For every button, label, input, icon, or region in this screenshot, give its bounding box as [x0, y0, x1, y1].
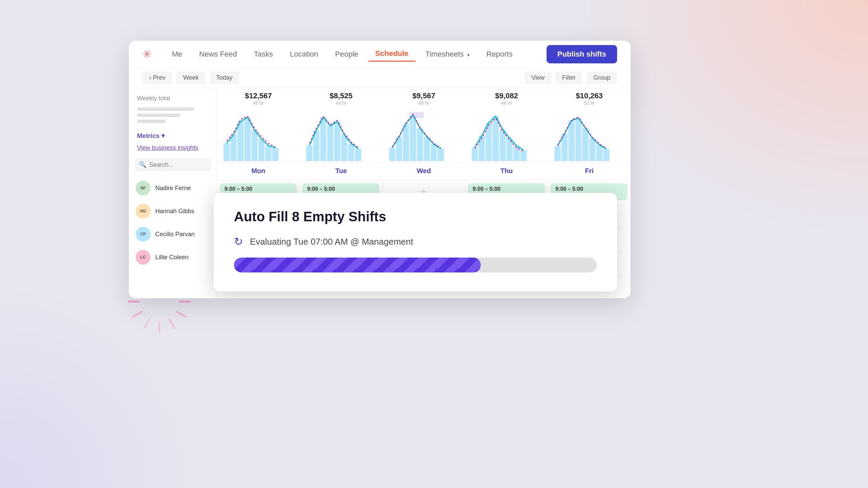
day-header-thu: Thu	[465, 163, 548, 179]
svg-rect-51	[596, 145, 603, 161]
view-business-insights-link[interactable]: View business insights	[137, 144, 209, 151]
nav-location[interactable]: Location	[283, 47, 325, 61]
toolbar-btn-group[interactable]: Group	[587, 72, 617, 84]
avatar-lillie: LC	[136, 250, 151, 265]
autofill-title: Auto Fill 8 Empty Shifts	[234, 209, 597, 224]
evaluating-text: Evaluating Tue 07:00 AM @ Management	[250, 237, 413, 247]
tue-chart	[302, 108, 380, 161]
employee-row[interactable]: NF Nadire Ferne	[129, 177, 217, 200]
autofill-modal: Auto Fill 8 Empty Shifts ↻ Evaluating Tu…	[217, 193, 617, 291]
sidebar-bar-1	[137, 107, 194, 111]
day-chart-tue: $8,525 44 hr	[300, 88, 382, 162]
mon-hours: 46 hr	[253, 100, 264, 106]
mon-chart	[220, 108, 297, 161]
nav-timesheets[interactable]: Timesheets ▾	[419, 47, 476, 61]
toolbar: ‹ Prev Week Today View Filter Group	[129, 68, 631, 88]
wed-hours: 49 hr	[418, 100, 429, 106]
wed-amount: $9,567	[412, 92, 435, 100]
svg-rect-49	[582, 128, 588, 161]
nav-people[interactable]: People	[328, 47, 365, 61]
day-header-tue: Tue	[300, 163, 382, 179]
svg-rect-17	[258, 139, 264, 161]
schedule-grid: $12,567 46 hr	[217, 88, 631, 298]
nav-schedule[interactable]: Schedule	[369, 46, 415, 62]
avatar-nadire: NF	[136, 181, 151, 196]
chart-area: $12,567 46 hr	[217, 88, 631, 163]
svg-line-8	[133, 312, 142, 317]
days-header: Mon Tue Wed Thu Fri	[217, 163, 631, 180]
svg-rect-40	[493, 116, 499, 161]
timesheets-dropdown-arrow: ▾	[467, 52, 470, 58]
svg-rect-24	[334, 122, 340, 161]
search-icon: 🔍	[139, 161, 146, 168]
sidebar: Weekly total Metrics ▾ View business ins…	[129, 88, 217, 298]
svg-rect-18	[265, 146, 272, 161]
toolbar-btn-week[interactable]: Week	[176, 72, 205, 84]
search-input[interactable]	[149, 161, 206, 168]
toolbar-btn-filter[interactable]: Filter	[555, 72, 583, 84]
mon-amount: $12,567	[245, 92, 272, 100]
svg-rect-35	[431, 144, 437, 161]
evaluating-row: ↻ Evaluating Tue 07:00 AM @ Management	[234, 235, 597, 248]
tue-hours: 44 hr	[336, 100, 347, 106]
sidebar-bar-3	[137, 120, 165, 123]
weekly-total-label: Weekly total	[129, 95, 217, 102]
svg-rect-16	[251, 130, 257, 161]
search-box: 🔍	[134, 158, 211, 171]
svg-rect-32	[410, 115, 416, 161]
svg-rect-45	[554, 146, 560, 161]
fri-amount: $10,263	[576, 92, 603, 100]
avatar-hannah: HG	[136, 204, 151, 219]
svg-rect-47	[568, 121, 574, 161]
logo-icon: ✳	[142, 48, 152, 61]
svg-rect-19	[272, 148, 278, 161]
toolbar-btn-prev[interactable]: ‹ Prev	[142, 72, 172, 84]
nav-tasks[interactable]: Tasks	[247, 47, 280, 61]
day-chart-wed: $9,567 49 hr	[382, 88, 465, 162]
shift-time: 9:00 – 5:00	[307, 186, 375, 192]
svg-rect-25	[341, 135, 347, 161]
toolbar-btn-today[interactable]: Today	[210, 72, 239, 84]
navbar: ✳ Me News Feed Tasks Location People Sch…	[129, 41, 631, 68]
svg-rect-41	[499, 129, 506, 161]
publish-shifts-button[interactable]: Publish shifts	[547, 45, 617, 63]
svg-rect-15	[244, 117, 251, 161]
employee-row[interactable]: HG Hannah Gibbs	[129, 200, 217, 223]
employee-row[interactable]: CP Cecilio Parvan	[129, 223, 217, 246]
progress-bar-container	[234, 258, 597, 272]
toolbar-btn-view[interactable]: View	[525, 72, 551, 84]
svg-rect-50	[589, 138, 595, 161]
thu-chart	[468, 108, 545, 161]
wed-chart	[385, 108, 462, 161]
main-content: Weekly total Metrics ▾ View business ins…	[129, 88, 631, 298]
fri-hours: 52 hr	[584, 100, 595, 106]
app-window: ✳ Me News Feed Tasks Location People Sch…	[129, 41, 631, 298]
bg-blob-bottom-left	[0, 285, 203, 488]
nav-reports[interactable]: Reports	[480, 47, 519, 61]
day-header-wed: Wed	[382, 163, 465, 179]
day-chart-thu: $9,082 46 hr	[465, 88, 548, 162]
nav-news-feed[interactable]: News Feed	[193, 47, 244, 61]
spin-icon: ↻	[234, 235, 243, 248]
tue-amount: $8,525	[330, 92, 352, 100]
employee-row[interactable]: LC Lillie Coleen	[129, 246, 217, 269]
thu-hours: 46 hr	[501, 100, 512, 106]
svg-rect-34	[424, 137, 430, 161]
shift-time: 9:00 – 5:00	[473, 186, 540, 192]
svg-line-7	[144, 319, 149, 328]
day-chart-mon: $12,567 46 hr	[217, 88, 300, 162]
svg-line-4	[177, 312, 186, 317]
svg-rect-29	[389, 148, 395, 161]
thu-amount: $9,082	[495, 92, 518, 100]
nav-me[interactable]: Me	[165, 47, 189, 61]
fri-chart	[551, 108, 628, 161]
employee-name: Hannah Gibbs	[155, 208, 194, 215]
svg-rect-14	[237, 122, 243, 161]
svg-rect-27	[355, 149, 361, 161]
svg-rect-36	[438, 149, 444, 161]
svg-rect-44	[520, 150, 527, 161]
metrics-button[interactable]: Metrics ▾	[137, 130, 209, 142]
svg-rect-31	[403, 124, 409, 161]
svg-rect-43	[514, 146, 520, 161]
day-header-mon: Mon	[217, 163, 300, 179]
